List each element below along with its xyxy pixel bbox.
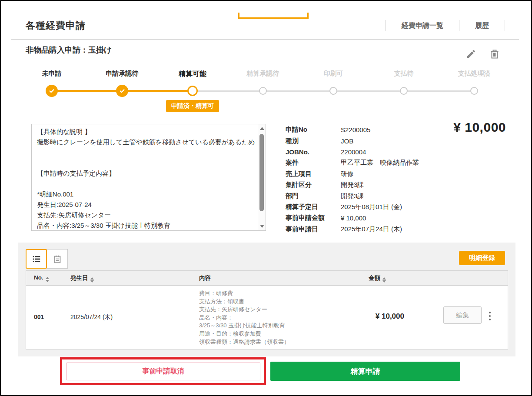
status-badge: 申請済・精算可: [166, 100, 219, 112]
settlement-apply-button[interactable]: 精算申請: [270, 362, 460, 381]
row-content: 費目：研修費 支払方法：領収書 支払先：矢房研修センター 品名・内容： 3/25…: [199, 290, 289, 346]
kebab-menu-icon[interactable]: [488, 311, 492, 321]
calendar-view-icon: [53, 254, 62, 264]
sort-icon: [46, 277, 49, 282]
add-detail-button[interactable]: 明細登録: [459, 251, 505, 265]
header-divider: [11, 39, 519, 40]
edit-pencil-icon[interactable]: [466, 49, 476, 59]
step-current-circle: [187, 86, 198, 96]
request-fields: 申請NoS2200005 種別JOB JOBNo.2200004 案件甲乙平工業…: [286, 124, 468, 235]
nav-history-link[interactable]: 履歴: [459, 21, 505, 30]
scroll-up-arrow-icon[interactable]: [260, 127, 264, 130]
field-row: JOBNo.2200004: [286, 146, 468, 157]
field-row: 種別JOB: [286, 135, 468, 146]
description-textarea[interactable]: 【具体的な説明 】 撮影時にクレーンを使用して土管や鉄筋を移動させている必要があ…: [31, 124, 266, 231]
field-row: 事前申請金額¥ 10,000: [286, 213, 468, 223]
active-tab-outline: [238, 13, 309, 19]
step-check-icon: [116, 85, 128, 97]
field-row: 案件甲乙平工業 映像納品作業: [286, 157, 468, 168]
request-subtitle: 非物品購入申請：玉掛け: [26, 45, 112, 55]
detail-table: No. 発生日 内容 金額 001 2025/07/24 (木) 費目：研修費 …: [26, 270, 508, 349]
step-check-icon: [46, 85, 58, 97]
column-header-amount[interactable]: 金額: [347, 274, 408, 283]
column-header-date[interactable]: 発生日: [70, 274, 94, 283]
field-row: 部門開発3課: [286, 190, 468, 201]
step-circle: [329, 87, 337, 95]
view-toggle: [26, 249, 68, 269]
table-row: 001 2025/07/24 (木) 費目：研修費 支払方法：領収書 支払先：矢…: [26, 286, 508, 349]
table-header: No. 発生日 内容 金額: [26, 271, 508, 286]
sort-icon: [382, 277, 386, 283]
column-header-no[interactable]: No.: [34, 274, 49, 282]
row-no: 001: [34, 313, 44, 320]
sort-icon: [90, 277, 94, 283]
column-header-content: 内容: [199, 274, 211, 282]
request-actions: [466, 49, 500, 59]
cancel-pre-application-button[interactable]: 事前申請取消: [66, 363, 260, 380]
step-circle: [259, 87, 267, 95]
page-title: 各種経費申請: [26, 19, 86, 32]
field-row: 精算予定日2025年08月01日 (金): [286, 202, 468, 213]
scroll-down-arrow-icon[interactable]: [260, 225, 264, 228]
field-row: 事前申請日2025年07月24日 (木): [286, 224, 468, 235]
step-circle: [400, 87, 408, 95]
row-date: 2025/07/24 (木): [70, 313, 113, 321]
delete-trash-icon[interactable]: [489, 49, 500, 59]
header-nav: 経費申請一覧 履歴: [386, 20, 505, 31]
nav-expense-list-link[interactable]: 経費申請一覧: [386, 21, 459, 30]
status-stepper: 未申請 申請承認待 精算可能 精算承認待 印刷可 支払待 支払処理済 申請済・精…: [1, 67, 532, 116]
row-amount: ¥ 10,000: [343, 312, 404, 321]
expense-application-page: 各種経費申請 経費申請一覧 履歴 非物品購入申請：玉掛け 未申請 申請承認待 精…: [0, 0, 532, 396]
field-row: 集計区分開発3課: [286, 180, 468, 190]
description-text: 【具体的な説明 】 撮影時にクレーンを使用して土管や鉄筋を移動させている必要があ…: [32, 124, 258, 230]
field-row: 売上項目研修: [286, 169, 468, 180]
scrollbar[interactable]: [258, 124, 266, 230]
calendar-view-button[interactable]: [47, 249, 68, 269]
detail-list-section: 明細登録 No. 発生日 内容 金額 001 2025/07/24 (木) 費目…: [18, 243, 515, 356]
list-view-icon: [32, 254, 41, 264]
list-view-button[interactable]: [26, 249, 47, 269]
total-amount: ¥ 10,000: [392, 120, 506, 135]
step-circle: [470, 87, 478, 95]
divider: [505, 20, 505, 31]
scrollbar-thumb[interactable]: [259, 134, 264, 211]
edit-row-button[interactable]: 編集: [443, 306, 482, 324]
